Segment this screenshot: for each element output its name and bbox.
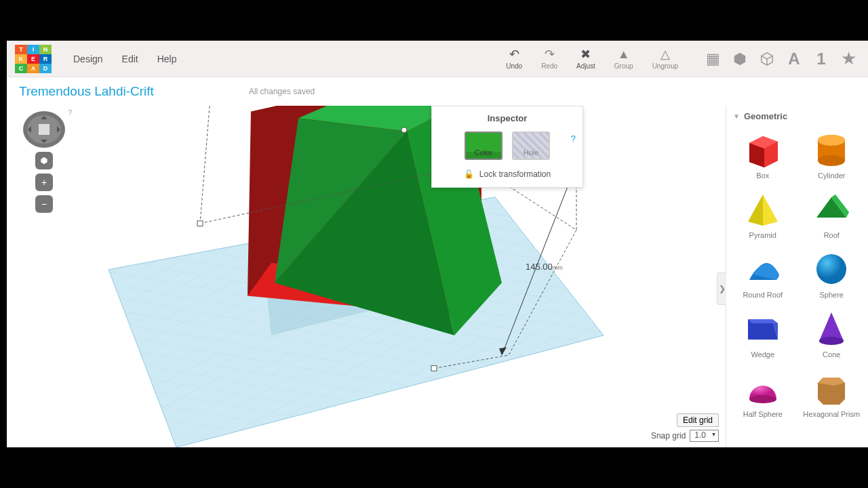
dimension-unit: mm bbox=[553, 264, 563, 271]
half-sphere-icon bbox=[739, 368, 787, 409]
tinkercad-logo[interactable]: TIN KER CAD bbox=[15, 45, 52, 73]
inspector-help-button[interactable]: ? bbox=[571, 134, 576, 144]
viewcube-help[interactable]: ? bbox=[68, 108, 72, 117]
snap-grid-label: Snap grid bbox=[651, 431, 686, 441]
orbit-control[interactable] bbox=[23, 111, 65, 148]
menu-design[interactable]: Design bbox=[64, 48, 113, 70]
grid-controls: Edit grid Snap grid 1.0 bbox=[651, 413, 719, 442]
shape-half-sphere[interactable]: Half Sphere bbox=[729, 364, 797, 422]
star-icon[interactable]: ★ bbox=[840, 50, 857, 68]
shape-cylinder[interactable]: Cylinder bbox=[798, 125, 866, 184]
orbit-up-icon[interactable] bbox=[41, 113, 47, 119]
hex-prism-icon bbox=[808, 368, 855, 409]
edit-grid-button[interactable]: Edit grid bbox=[677, 413, 719, 427]
shape-label: Box bbox=[756, 171, 769, 180]
adjust-label: Adjust bbox=[576, 62, 595, 70]
ungroup-icon: △ bbox=[658, 47, 672, 61]
svg-point-16 bbox=[401, 127, 407, 133]
shape-sphere[interactable]: Sphere bbox=[798, 245, 866, 303]
svg-marker-28 bbox=[748, 195, 763, 226]
category-label: Geometric bbox=[744, 111, 787, 121]
inspector-title: Inspector bbox=[432, 106, 583, 129]
shape-round-roof[interactable]: Round Roof bbox=[729, 245, 797, 303]
adjust-button[interactable]: ✖ Adjust bbox=[576, 47, 595, 70]
inspector-panel: Inspector ? Color Hole 🔓 Lock transforma… bbox=[431, 106, 583, 188]
undo-label: Undo bbox=[506, 62, 522, 70]
undo-button[interactable]: ↶ Undo bbox=[506, 47, 522, 70]
shape-label: Cylinder bbox=[818, 171, 845, 180]
zoom-out-button[interactable]: − bbox=[35, 195, 53, 213]
group-button[interactable]: ▲ Group bbox=[614, 47, 633, 70]
svg-point-26 bbox=[818, 155, 845, 166]
cube-solid-icon[interactable] bbox=[731, 50, 749, 68]
adjust-icon: ✖ bbox=[579, 47, 593, 61]
svg-marker-35 bbox=[748, 319, 778, 323]
orbit-down-icon[interactable] bbox=[41, 140, 47, 146]
cone-icon bbox=[808, 308, 855, 349]
shape-label: Cone bbox=[823, 350, 840, 359]
color-swatch[interactable]: Color bbox=[465, 131, 502, 160]
viewcube: ? + − bbox=[23, 111, 65, 213]
shape-grid: Box Cylinder Pyramid bbox=[729, 125, 865, 422]
lock-label[interactable]: Lock transformation bbox=[479, 169, 551, 179]
redo-icon: ↷ bbox=[542, 47, 556, 61]
workplane-svg bbox=[7, 106, 726, 447]
svg-point-32 bbox=[816, 254, 846, 284]
shape-wedge[interactable]: Wedge bbox=[729, 304, 797, 363]
letter-a-icon[interactable]: A bbox=[785, 50, 803, 68]
group-label: Group bbox=[614, 62, 633, 70]
cube-wire-icon[interactable] bbox=[758, 50, 776, 68]
svg-point-27 bbox=[818, 135, 845, 146]
zoom-in-button[interactable]: + bbox=[35, 174, 53, 191]
svg-marker-29 bbox=[763, 195, 778, 226]
topbar: TIN KER CAD Design Edit Help ↶ Undo ↷ Re… bbox=[7, 41, 868, 77]
letterbox-bottom bbox=[0, 447, 868, 488]
number-1-icon[interactable]: 1 bbox=[812, 50, 830, 68]
shape-hex-prism[interactable]: Hexagonal Prism bbox=[798, 364, 866, 422]
svg-rect-13 bbox=[197, 221, 203, 226]
svg-point-37 bbox=[819, 337, 844, 345]
roof-icon bbox=[808, 189, 855, 230]
fit-view-button[interactable] bbox=[35, 152, 53, 169]
snap-grid-select[interactable]: 1.0 bbox=[690, 430, 719, 442]
dimension-value: 145.00 bbox=[526, 262, 553, 272]
save-status: All changes saved bbox=[249, 87, 315, 96]
round-roof-icon bbox=[739, 249, 787, 289]
shape-label: Wedge bbox=[751, 350, 774, 359]
canvas-3d[interactable]: ? + − bbox=[7, 106, 726, 447]
project-name[interactable]: Tremendous Lahdi-Crift bbox=[19, 84, 154, 99]
right-icon-strip: ▦ A 1 ★ bbox=[704, 50, 857, 68]
workplane-icon[interactable]: ▦ bbox=[704, 50, 722, 68]
shape-pyramid[interactable]: Pyramid bbox=[729, 185, 797, 243]
shape-cone[interactable]: Cone bbox=[798, 304, 866, 363]
chevron-down-icon: ▼ bbox=[733, 113, 740, 120]
undo-icon: ↶ bbox=[507, 47, 521, 61]
shape-scroll[interactable]: Box Cylinder Pyramid bbox=[726, 123, 868, 447]
box-icon bbox=[739, 129, 787, 170]
home-view-icon[interactable] bbox=[39, 124, 50, 135]
ungroup-label: Ungroup bbox=[652, 62, 678, 70]
orbit-right-icon[interactable] bbox=[57, 126, 64, 133]
shape-label: Half Sphere bbox=[743, 410, 783, 418]
menu-edit[interactable]: Edit bbox=[113, 48, 148, 70]
lock-icon[interactable]: 🔓 bbox=[464, 169, 474, 179]
shape-roof[interactable]: Roof bbox=[798, 185, 866, 243]
redo-label: Redo bbox=[541, 62, 557, 70]
svg-rect-15 bbox=[431, 366, 437, 371]
group-icon: ▲ bbox=[617, 47, 631, 61]
orbit-left-icon[interactable] bbox=[24, 126, 31, 133]
category-header[interactable]: ▼ Geometric bbox=[726, 106, 868, 123]
redo-button[interactable]: ↷ Redo bbox=[541, 47, 557, 70]
shape-label: Sphere bbox=[820, 291, 844, 299]
svg-point-38 bbox=[749, 395, 776, 403]
ungroup-button[interactable]: △ Ungroup bbox=[652, 47, 678, 70]
dimension-label[interactable]: 145.00mm bbox=[526, 262, 563, 272]
sidebar-collapse-tab[interactable]: ❯ bbox=[717, 272, 726, 305]
shape-label: Pyramid bbox=[749, 231, 776, 239]
shape-box[interactable]: Box bbox=[729, 125, 797, 184]
hole-swatch[interactable]: Hole bbox=[512, 131, 550, 160]
status-bar: Tremendous Lahdi-Crift All changes saved bbox=[7, 77, 868, 106]
app-window: TIN KER CAD Design Edit Help ↶ Undo ↷ Re… bbox=[7, 41, 868, 447]
menu-help[interactable]: Help bbox=[148, 48, 186, 70]
wedge-icon bbox=[739, 308, 787, 349]
